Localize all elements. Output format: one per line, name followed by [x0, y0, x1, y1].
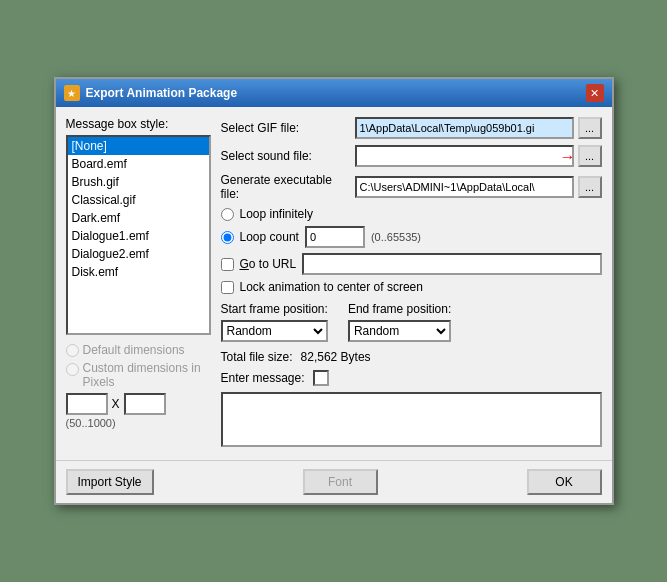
goto-url-row: Go to URL [221, 253, 602, 275]
exec-file-row: Generate executable file: C:\Users\ADMIN… [221, 173, 602, 201]
message-box-style-label: Message box style: [66, 117, 211, 131]
gif-file-input[interactable]: 1\AppData\Local\Temp\ug059b01.gi [355, 117, 574, 139]
enter-message-row: Enter message: [221, 370, 602, 386]
custom-dim-radio[interactable] [66, 363, 79, 376]
loop-count-label: Loop count [240, 230, 299, 244]
dimensions-section: Default dimensions Custom dimensions in … [66, 343, 211, 429]
goto-url-checkbox[interactable] [221, 258, 234, 271]
ok-button[interactable]: OK [527, 469, 602, 495]
sound-browse-button[interactable]: → ... [578, 145, 602, 167]
dim-separator: X [112, 397, 120, 411]
loop-count-input[interactable] [305, 226, 365, 248]
loop-infinitely-label: Loop infinitely [240, 207, 313, 221]
close-button[interactable]: ✕ [586, 84, 604, 102]
footer: Import Style Font OK [56, 460, 612, 503]
listbox-item-brushgif[interactable]: Brush.gif [68, 173, 209, 191]
left-panel: Message box style: [None] Board.emf Brus… [66, 117, 211, 450]
export-animation-dialog: ★ Export Animation Package ✕ Message box… [54, 77, 614, 505]
font-button[interactable]: Font [303, 469, 378, 495]
listbox-item-boardemf[interactable]: Board.emf [68, 155, 209, 173]
listbox-item-dialogue1emf[interactable]: Dialogue1.emf [68, 227, 209, 245]
frame-position-section: Start frame position: Random First Last … [221, 302, 602, 342]
exec-browse-button[interactable]: ... [578, 176, 602, 198]
exec-file-input[interactable]: C:\Users\ADMINI~1\AppData\Local\ [355, 176, 574, 198]
loop-infinitely-row: Loop infinitely [221, 207, 602, 221]
sound-file-label: Select sound file: [221, 149, 351, 163]
loop-count-range: (0..65535) [371, 231, 421, 243]
listbox-item-darkemf[interactable]: Dark.emf [68, 209, 209, 227]
file-size-label: Total file size: [221, 350, 293, 364]
message-textarea[interactable] [221, 392, 602, 447]
title-bar-left: ★ Export Animation Package [64, 85, 238, 101]
file-size-value: 82,562 Bytes [301, 350, 371, 364]
start-frame-dropdown[interactable]: Random First Last [221, 320, 328, 342]
sound-file-row: Select sound file: → ... [221, 145, 602, 167]
listbox-item-diskemf[interactable]: Disk.emf [68, 263, 209, 281]
end-frame-group: End frame position: Random First Last [348, 302, 451, 342]
dimensions-input-row: 384 X 384 [66, 393, 211, 415]
right-panel: Select GIF file: 1\AppData\Local\Temp\ug… [221, 117, 602, 450]
loop-infinitely-radio[interactable] [221, 208, 234, 221]
exec-file-label: Generate executable file: [221, 173, 351, 201]
dialog-title: Export Animation Package [86, 86, 238, 100]
title-bar: ★ Export Animation Package ✕ [56, 79, 612, 107]
goto-url-label: Go to URL [240, 257, 297, 271]
listbox-item-dialogue2emf[interactable]: Dialogue2.emf [68, 245, 209, 263]
sound-file-input[interactable] [355, 145, 574, 167]
dialog-body: Message box style: [None] Board.emf Brus… [56, 107, 612, 460]
default-dim-radio[interactable] [66, 344, 79, 357]
dim-range-label: (50..1000) [66, 417, 211, 429]
enter-message-label: Enter message: [221, 371, 305, 385]
loop-count-row: Loop count (0..65535) [221, 226, 602, 248]
gif-browse-button[interactable]: ... [578, 117, 602, 139]
height-input[interactable]: 384 [124, 393, 166, 415]
loop-count-radio[interactable] [221, 231, 234, 244]
enter-message-checkbox-box[interactable] [313, 370, 329, 386]
file-size-row: Total file size: 82,562 Bytes [221, 350, 602, 364]
end-frame-label: End frame position: [348, 302, 451, 316]
lock-animation-label: Lock animation to center of screen [240, 280, 423, 294]
end-frame-dropdown[interactable]: Random First Last [348, 320, 451, 342]
goto-url-input[interactable] [302, 253, 601, 275]
gif-file-row: Select GIF file: 1\AppData\Local\Temp\ug… [221, 117, 602, 139]
style-listbox[interactable]: [None] Board.emf Brush.gif Classical.gif… [66, 135, 211, 335]
listbox-item-classicalgif[interactable]: Classical.gif [68, 191, 209, 209]
width-input[interactable]: 384 [66, 393, 108, 415]
listbox-item-none[interactable]: [None] [68, 137, 209, 155]
start-frame-group: Start frame position: Random First Last [221, 302, 328, 342]
custom-dimensions-radio: Custom dimensions in Pixels [66, 361, 211, 389]
dialog-icon: ★ [64, 85, 80, 101]
import-style-button[interactable]: Import Style [66, 469, 154, 495]
gif-file-label: Select GIF file: [221, 121, 351, 135]
default-dimensions-radio: Default dimensions [66, 343, 211, 357]
lock-animation-row: Lock animation to center of screen [221, 280, 602, 294]
start-frame-label: Start frame position: [221, 302, 328, 316]
lock-animation-checkbox[interactable] [221, 281, 234, 294]
